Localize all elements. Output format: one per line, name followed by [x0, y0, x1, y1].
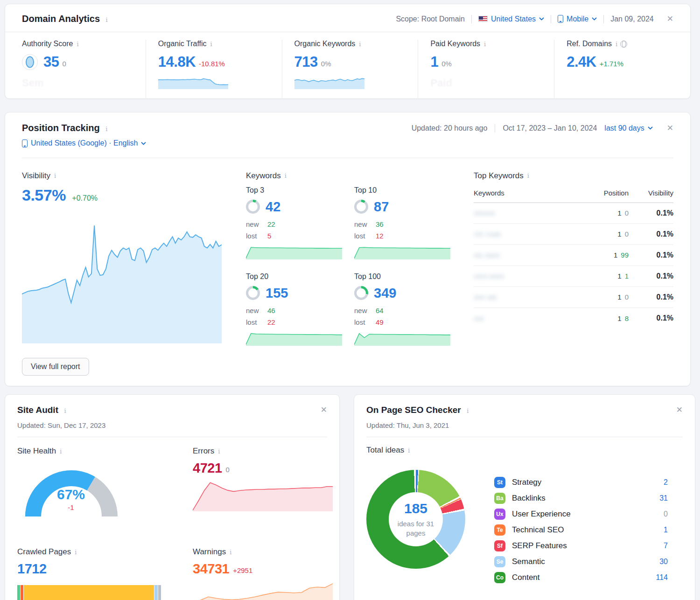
panel-title: On Page SEO Checker	[366, 405, 461, 415]
updated-label: Updated: Thu, Jun 3, 2021	[366, 421, 683, 429]
legend-value[interactable]: 0	[664, 510, 668, 518]
metric-delta: +1.71%	[600, 60, 623, 68]
keyword-link[interactable]: xtreme	[474, 209, 587, 217]
top10-sparkline	[354, 245, 450, 259]
panel-title-group: Position Tracking i	[22, 123, 107, 133]
lost-count: 49	[376, 316, 384, 328]
legend-value[interactable]: 7	[664, 542, 668, 550]
metric-authority-score: Authority Scorei 35 0 Sem	[5, 40, 146, 98]
new-label: new	[354, 218, 376, 230]
info-icon[interactable]: i	[408, 447, 410, 454]
metrics-row: Authority Scorei 35 0 Sem Organic Traffi…	[5, 32, 690, 98]
info-icon[interactable]: i	[616, 41, 617, 48]
visibility-delta: +0.70%	[72, 194, 98, 202]
column-visibility: Visibility	[629, 189, 673, 197]
metric-label: Authority Score	[22, 40, 73, 48]
new-count: 64	[376, 305, 384, 316]
legend-value[interactable]: 2	[664, 478, 668, 487]
legend-label: Technical SEO	[512, 525, 664, 535]
metric-paid-keywords: Paid Keywordsi 1 0% Paid	[418, 40, 554, 98]
info-icon[interactable]: i	[75, 549, 77, 556]
site-health-label: Site Health	[17, 447, 56, 456]
bar-segment	[24, 585, 154, 600]
position-change: 0	[625, 209, 629, 217]
lost-label: lost	[246, 316, 267, 328]
visibility-value: 0.1%	[629, 272, 673, 280]
keywords-top100-card: Top 100 349 new64 lost49	[354, 272, 450, 346]
bar-segment	[21, 585, 24, 600]
campaign-selector[interactable]: United States (Google) · English	[22, 139, 146, 147]
country-selector[interactable]: United States	[478, 15, 544, 23]
table-row: sto ware 199 0.1%	[474, 245, 673, 266]
keywords-top20-card: Top 20 155 new46 lost22	[246, 272, 342, 346]
info-icon[interactable]: i	[60, 448, 62, 455]
keyword-link[interactable]: cera ware	[474, 272, 587, 280]
close-icon[interactable]: ✕	[667, 14, 673, 24]
info-icon[interactable]: i	[77, 41, 78, 48]
keywords-count: 42	[266, 199, 280, 215]
backlinks-badge-icon: Ba	[494, 493, 505, 504]
new-label: new	[246, 218, 267, 230]
info-icon[interactable]: i	[105, 126, 107, 133]
info-icon[interactable]: i	[54, 172, 56, 179]
panel-title: Site Audit	[17, 405, 58, 415]
close-icon[interactable]: ✕	[676, 405, 683, 415]
close-icon[interactable]: ✕	[321, 405, 327, 415]
visibility-value: 0.1%	[629, 293, 673, 301]
legend-item-backlinks: Ba Backlinks 31	[494, 490, 668, 506]
legend-label: Strategy	[512, 478, 664, 487]
keyword-link[interactable]: xtre ate	[474, 293, 587, 301]
crawled-pages-widget: Crawled Pagesi 1712	[17, 547, 171, 600]
organic-traffic-sparkline	[158, 75, 228, 89]
info-icon[interactable]: i	[484, 41, 486, 48]
info-icon[interactable]: i	[64, 407, 66, 414]
keywords-label: Keywords	[246, 171, 281, 181]
total-ideas-label: Total ideas	[366, 446, 404, 455]
info-icon[interactable]: i	[527, 172, 529, 179]
legend-value[interactable]: 114	[656, 573, 668, 582]
keyword-link[interactable]: 10r mala	[474, 230, 587, 238]
errors-widget: Errorsi 4721 0	[193, 447, 333, 520]
keyword-link[interactable]: retr	[474, 314, 587, 322]
errors-area-chart	[193, 481, 333, 511]
legend-label: Semantic	[512, 557, 659, 566]
legend-item-content: Co Content 114	[494, 570, 668, 586]
view-full-report-button[interactable]: View full report	[22, 358, 89, 376]
metric-organic-traffic: Organic Traffici 14.8K -10.81%	[146, 40, 282, 98]
site-audit-panel: Site Audit i ✕ Updated: Sun, Dec 17, 202…	[5, 394, 340, 600]
top20-sparkline	[246, 332, 342, 346]
legend-value[interactable]: 30	[659, 558, 668, 566]
info-icon[interactable]: i	[218, 448, 220, 455]
metric-value: 713	[294, 54, 318, 70]
errors-label: Errors	[193, 447, 214, 456]
position-change: 8	[625, 314, 629, 322]
info-icon[interactable]: i	[359, 41, 361, 48]
site-health-value: 67%	[17, 487, 125, 502]
divider	[17, 437, 327, 437]
legend-value[interactable]: 31	[659, 494, 668, 502]
table-header: Keywords Position Visibility	[474, 181, 673, 203]
metric-value: 2.4K	[567, 54, 596, 70]
crawled-pages-value: 1712	[17, 561, 171, 577]
legend-value[interactable]: 1	[664, 526, 668, 534]
info-icon[interactable]: i	[106, 16, 108, 23]
position-value: 1	[617, 314, 621, 322]
legend-label: Backlinks	[512, 494, 659, 503]
period-selector[interactable]: last 90 days	[604, 124, 652, 133]
chevron-down-icon	[141, 142, 146, 145]
date-label: Jan 09, 2024	[610, 15, 654, 23]
legend-label: User Experience	[512, 509, 664, 519]
info-icon[interactable]: i	[467, 407, 469, 414]
info-icon[interactable]: i	[210, 41, 212, 48]
keyword-link[interactable]: sto ware	[474, 251, 587, 259]
device-selector[interactable]: Mobile	[558, 15, 597, 23]
close-icon[interactable]: ✕	[667, 123, 673, 133]
info-icon[interactable]: i	[230, 549, 231, 556]
bar-segment	[158, 585, 161, 600]
authority-gauge-icon	[22, 54, 38, 70]
visibility-value: 0.1%	[629, 230, 673, 238]
card-title: Top 100	[354, 272, 450, 281]
table-row: 10r mala 10 0.1%	[474, 224, 673, 245]
table-row: xtre ate 10 0.1%	[474, 287, 673, 308]
info-icon[interactable]: i	[285, 172, 287, 179]
